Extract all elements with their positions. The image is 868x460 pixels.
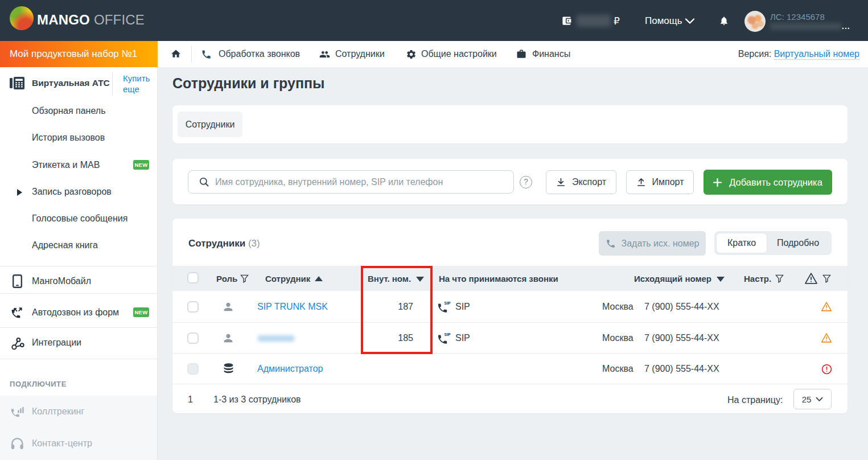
- svg-text:SIP: SIP: [445, 301, 451, 305]
- svg-text:SIP: SIP: [445, 332, 451, 336]
